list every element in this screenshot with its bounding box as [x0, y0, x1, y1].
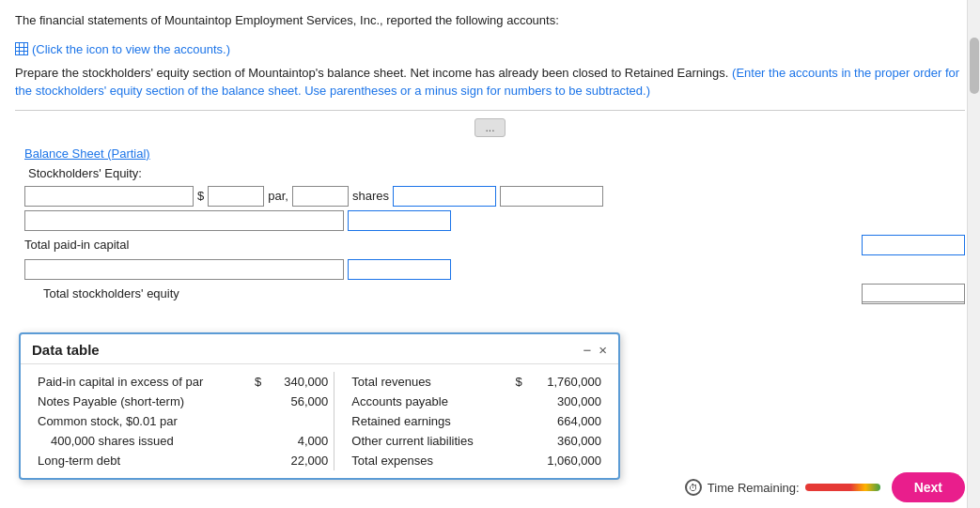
par-label: par,: [268, 189, 288, 203]
right-prefix-0: $: [506, 372, 528, 392]
table-row: Common stock, $0.01 par Retained earning…: [32, 411, 607, 431]
left-prefix-0: $: [245, 372, 267, 392]
stock-name-input[interactable]: [24, 186, 194, 207]
right-label-0: Total revenues: [346, 372, 506, 392]
left-value-1: 56,000: [267, 392, 334, 411]
close-button[interactable]: ×: [599, 343, 607, 357]
minimize-button[interactable]: −: [583, 343, 591, 357]
left-label-3: 400,000 shares issued: [32, 431, 245, 451]
right-value-3: 360,000: [528, 431, 607, 451]
shares-input[interactable]: [292, 186, 349, 207]
total-paid-input[interactable]: [862, 235, 965, 255]
left-prefix-2: [245, 411, 267, 431]
table-row: Notes Payable (short-term) 56,000 Accoun…: [32, 392, 607, 411]
shares-label: shares: [352, 189, 389, 203]
left-prefix-3: [245, 431, 267, 451]
right-value-4: 1,060,000: [528, 451, 607, 470]
click-icon-link[interactable]: (Click the icon to view the accounts.): [15, 42, 230, 56]
total-equity-label: Total stockholders' equity: [43, 286, 179, 300]
left-label-1: Notes Payable (short-term): [32, 392, 245, 411]
section-divider: [15, 110, 965, 111]
par-value-input[interactable]: [208, 186, 264, 207]
data-table-controls: − ×: [583, 343, 607, 357]
row2-label-input[interactable]: [24, 210, 344, 231]
left-label-2: Common stock, $0.01 par: [32, 411, 245, 431]
next-button[interactable]: Next: [892, 472, 965, 502]
collapse-button[interactable]: ...: [474, 118, 505, 137]
left-value-0: 340,000: [267, 372, 334, 392]
bs-row-1: $ par, shares: [24, 186, 965, 207]
click-icon-label: (Click the icon to view the accounts.): [32, 42, 230, 56]
left-prefix-1: [245, 392, 267, 411]
right-label-4: Total expenses: [346, 451, 506, 470]
right-prefix-1: [506, 392, 528, 411]
left-label-0: Paid-in capital in excess of par: [32, 372, 245, 392]
data-table-header: Data table − ×: [21, 334, 618, 364]
bottom-bar: ⏱ Time Remaining: Next: [611, 467, 980, 508]
right-prefix-4: [506, 451, 528, 470]
time-bar: [805, 484, 880, 491]
time-remaining: ⏱ Time Remaining:: [685, 479, 880, 496]
balance-sheet-section: Balance Sheet (Partial) Stockholders' Eq…: [15, 146, 965, 304]
bs-row-4: [24, 259, 965, 280]
left-value-3: 4,000: [267, 431, 334, 451]
right-label-2: Retained earnings: [346, 411, 506, 431]
row4-value-input[interactable]: [348, 259, 451, 280]
data-table-body: Paid-in capital in excess of par $ 340,0…: [21, 364, 618, 478]
prepare-part1: Prepare the stockholders' equity section…: [15, 66, 728, 80]
data-table: Paid-in capital in excess of par $ 340,0…: [32, 372, 607, 470]
dollar-sign: $: [197, 189, 204, 203]
intro-text1: The financial statements of Mountaintop …: [15, 11, 965, 30]
row2-value-input[interactable]: [348, 210, 451, 231]
se-label: Stockholders' Equity:: [24, 166, 965, 180]
table-row: Paid-in capital in excess of par $ 340,0…: [32, 372, 607, 392]
time-remaining-label: Time Remaining:: [708, 481, 800, 495]
right-prefix-2: [506, 411, 528, 431]
bs-row-2: [24, 210, 965, 231]
data-table-title: Data table: [32, 342, 100, 358]
table-row: Long-term debt 22,000 Total expenses 1,0…: [32, 451, 607, 470]
right-value-2: 664,000: [528, 411, 607, 431]
balance-sheet-title: Balance Sheet (Partial): [24, 146, 965, 161]
grid-icon: [15, 42, 28, 55]
table-row: 400,000 shares issued 4,000 Other curren…: [32, 431, 607, 451]
stock-value-input[interactable]: [393, 186, 496, 207]
clock-icon: ⏱: [685, 479, 702, 496]
stock-value2-input[interactable]: [500, 186, 603, 207]
prepare-text: Prepare the stockholders' equity section…: [15, 64, 965, 100]
scrollbar[interactable]: [967, 0, 980, 508]
scrollbar-thumb[interactable]: [970, 38, 979, 94]
left-prefix-4: [245, 451, 267, 470]
total-equity-input[interactable]: [862, 284, 965, 304]
left-label-4: Long-term debt: [32, 451, 245, 470]
right-label-1: Accounts payable: [346, 392, 506, 411]
left-value-4: 22,000: [267, 451, 334, 470]
total-paid-row: Total paid-in capital: [24, 235, 965, 255]
total-paid-label: Total paid-in capital: [24, 238, 129, 252]
row4-label-input[interactable]: [24, 259, 344, 280]
right-label-3: Other current liabilities: [346, 431, 506, 451]
right-prefix-3: [506, 431, 528, 451]
right-value-1: 300,000: [528, 392, 607, 411]
total-equity-row: Total stockholders' equity: [24, 284, 965, 304]
left-value-2: [267, 411, 334, 431]
data-table-overlay: Data table − × Paid-in capital in excess…: [19, 332, 620, 480]
right-value-0: 1,760,000: [528, 372, 607, 392]
